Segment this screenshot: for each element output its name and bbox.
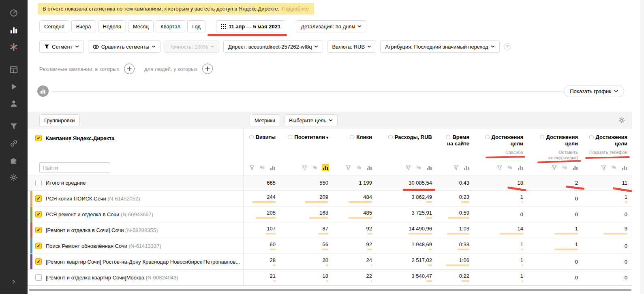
metric-cell: 1 xyxy=(528,238,583,254)
funnel-filter-icon[interactable] xyxy=(600,164,607,171)
chart-toggle-icon[interactable] xyxy=(37,85,49,97)
bars-filter-icon[interactable] xyxy=(517,164,524,171)
add-campaign-condition-button[interactable] xyxy=(124,64,135,74)
row-checkbox[interactable] xyxy=(35,180,42,186)
metric-value: 1:06 xyxy=(459,257,469,263)
metrics-button[interactable]: Метрики xyxy=(250,114,280,126)
access-notice-banner: В отчете показана статистика по тем камп… xyxy=(38,3,314,15)
campaign-name[interactable]: РСЯ ремонт и отделка в Сочи (N-60943667) xyxy=(46,211,153,217)
choose-goal-button[interactable]: Выберите цель xyxy=(284,114,338,126)
search-input[interactable] xyxy=(39,162,110,173)
bars-filter-icon[interactable] xyxy=(426,164,433,171)
row-checkbox[interactable] xyxy=(35,211,42,217)
campaign-id: (N-58288355) xyxy=(125,227,158,233)
column-header[interactable]: Достижения целиСпасибо xyxy=(474,129,528,160)
table-settings-gear-icon[interactable] xyxy=(618,117,625,124)
period-preset-button[interactable]: Неделя xyxy=(98,20,126,32)
segment-button[interactable]: Сегмент xyxy=(39,40,84,53)
percent-filter-icon[interactable]: % xyxy=(506,164,513,171)
period-preset-button[interactable]: Месяц xyxy=(128,20,154,32)
add-people-condition-button[interactable] xyxy=(202,64,213,74)
funnel-filter-icon[interactable] xyxy=(248,164,255,171)
currency-button[interactable]: Валюта: RUB xyxy=(327,40,376,53)
row-checkbox[interactable] xyxy=(35,227,42,233)
percent-filter-icon[interactable]: % xyxy=(610,164,618,171)
column-header[interactable]: Расходы, RUB xyxy=(377,129,437,160)
audience-icon[interactable] xyxy=(6,96,22,112)
links-icon[interactable] xyxy=(6,135,22,151)
dashboard-icon[interactable] xyxy=(6,62,22,78)
row-checkbox[interactable] xyxy=(35,243,42,249)
campaign-name[interactable]: [Ремонт и отделка в Сочи] Сочи (N-582883… xyxy=(46,227,158,233)
period-preset-button[interactable]: Сегодня xyxy=(39,20,69,32)
metric-cell: 3 540,47 xyxy=(377,270,437,285)
show-chart-button[interactable]: Показать график xyxy=(564,85,624,97)
campaign-name[interactable]: [Ремонт квартир Сочи] Ростов-на-Дону Кра… xyxy=(46,259,240,265)
column-header[interactable]: Посетители▾ xyxy=(280,129,333,160)
campaign-name[interactable]: Поиск Ремонт обновлённая Сочи (N-6141333… xyxy=(46,243,161,249)
row-checkbox[interactable] xyxy=(35,274,42,281)
row-checkbox[interactable] xyxy=(35,195,42,202)
metric-value: 0 xyxy=(575,275,578,281)
reports-icon[interactable] xyxy=(6,22,22,38)
campaign-name[interactable]: РСЯ копия ПОИСК Сочи (N-61452052) xyxy=(46,196,140,202)
select-all-checkbox[interactable] xyxy=(35,135,42,141)
sidebar-expand-chevron[interactable]: › xyxy=(0,276,28,287)
percent-filter-icon[interactable]: % xyxy=(259,164,266,171)
bars-filter-icon[interactable] xyxy=(322,164,329,171)
funnel-filter-icon[interactable] xyxy=(496,164,503,171)
metrica-logo-icon[interactable] xyxy=(6,39,22,55)
help-icon[interactable]: ? xyxy=(504,43,511,50)
period-preset-button[interactable]: Квартал xyxy=(156,20,185,32)
funnel-nav-icon[interactable] xyxy=(6,118,22,134)
percent-filter-icon[interactable]: % xyxy=(415,164,422,171)
bars-filter-icon[interactable] xyxy=(366,164,373,171)
integrations-icon[interactable] xyxy=(6,152,22,168)
campaign-name[interactable]: [Ремонт и отделка квартир Сочи]Москва (N… xyxy=(46,275,178,281)
funnel-filter-icon[interactable] xyxy=(452,164,460,171)
metric-value: 0 xyxy=(625,259,627,265)
metric-ring-icon xyxy=(288,135,292,139)
date-range-button[interactable]: 11 апр — 5 мая 2021 xyxy=(216,20,285,32)
percent-filter-icon[interactable]: % xyxy=(355,164,362,171)
groupings-button[interactable]: Группировки xyxy=(39,114,80,126)
period-preset-button[interactable]: Год xyxy=(187,20,205,32)
dimension-header: Кампания Яндекс.Директа xyxy=(28,129,243,147)
row-checkbox[interactable] xyxy=(35,258,42,265)
horizontal-scrollbar-thumb[interactable] xyxy=(29,289,631,291)
metric-value: 1 948,69 xyxy=(411,241,432,247)
metric-value: 3 725,91 xyxy=(411,210,432,216)
attribution-button[interactable]: Атрибуция: Последний значимый переход xyxy=(380,40,500,53)
summary-icon[interactable] xyxy=(6,5,22,21)
funnel-filter-icon[interactable] xyxy=(404,164,412,171)
bars-filter-icon[interactable] xyxy=(269,164,276,171)
percent-filter-icon[interactable]: % xyxy=(561,164,568,171)
percent-filter-icon[interactable]: % xyxy=(311,164,319,171)
funnel-filter-icon[interactable] xyxy=(301,164,308,171)
column-header[interactable]: Клики xyxy=(333,129,377,160)
metric-cell: 205 xyxy=(243,207,280,222)
metric-value: 1 xyxy=(520,257,523,263)
bars-filter-icon[interactable] xyxy=(621,164,628,171)
metric-value: 209 xyxy=(319,194,328,200)
period-preset-button[interactable]: Вчера xyxy=(71,20,96,32)
metric-ring-icon xyxy=(388,135,393,139)
detalization-button[interactable]: Детализация: по дням xyxy=(296,20,366,32)
metric-cell: 20 xyxy=(280,254,333,269)
settings-icon[interactable] xyxy=(6,169,22,185)
value-bar xyxy=(522,264,523,266)
accuracy-button[interactable]: Точность: 100% xyxy=(165,40,219,53)
webvisor-icon[interactable] xyxy=(6,79,22,95)
column-header[interactable]: Время на сайте xyxy=(437,129,474,160)
period-row: СегодняВчераНеделяМесяцКварталГод 11 апр… xyxy=(28,20,644,32)
column-header[interactable]: Визиты xyxy=(243,129,280,160)
column-header[interactable]: Достижения целиОставить заявку(скидка) xyxy=(528,129,583,160)
direct-account-button[interactable]: Директ: accountdirect-257262-wf8q xyxy=(223,40,323,53)
banner-more-link[interactable]: Подробнее xyxy=(282,6,309,12)
funnel-filter-icon[interactable] xyxy=(550,164,558,171)
bars-filter-icon[interactable] xyxy=(571,164,579,171)
bars-filter-icon[interactable] xyxy=(463,164,470,171)
column-header[interactable]: Достижения целиПоказать телефон xyxy=(583,129,632,160)
funnel-filter-icon[interactable] xyxy=(344,164,352,171)
compare-segments-button[interactable]: Сравнить сегменты xyxy=(88,40,161,53)
